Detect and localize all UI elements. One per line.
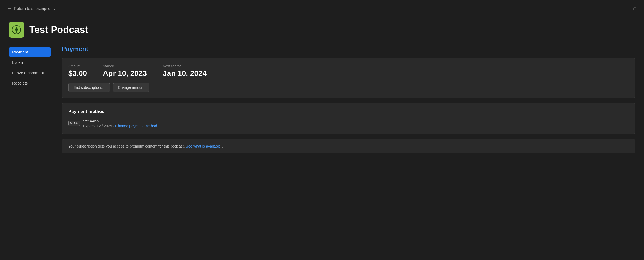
- home-icon[interactable]: ⌂: [633, 5, 637, 12]
- svg-point-1: [16, 30, 17, 32]
- sidebar-item-leave-comment[interactable]: Leave a comment: [9, 68, 51, 77]
- main-layout: Payment Listen Leave a comment Receipts …: [0, 45, 644, 153]
- payment-actions: End subscription… Change amount: [68, 83, 629, 92]
- started-value: Apr 10, 2023: [103, 69, 147, 77]
- payment-info-card: Amount $3.00 Started Apr 10, 2023 Next c…: [62, 58, 635, 98]
- podcast-logo: [9, 22, 24, 38]
- info-card: Your subscription gets you access to pre…: [62, 139, 635, 153]
- sidebar-nav: Payment Listen Leave a comment Receipts: [9, 47, 51, 88]
- sidebar: Payment Listen Leave a comment Receipts: [9, 45, 51, 153]
- page-title: Payment: [62, 45, 635, 53]
- payment-method-card: Payment method VISA •••• 4456 Expires 12…: [62, 103, 635, 134]
- amount-field: Amount $3.00: [68, 64, 87, 78]
- sidebar-item-receipts[interactable]: Receipts: [9, 78, 51, 88]
- return-arrow-icon: ←: [7, 6, 12, 11]
- card-expiry: Expires 12 / 2025 · Change payment metho…: [83, 124, 157, 128]
- info-text-part1: Your subscription gets you access to pre…: [68, 144, 185, 148]
- visa-badge: VISA: [68, 121, 80, 126]
- change-amount-button[interactable]: Change amount: [113, 83, 150, 92]
- change-payment-method-link[interactable]: Change payment method: [115, 124, 157, 128]
- content-area: Payment Amount $3.00 Started Apr 10, 202…: [51, 45, 635, 153]
- top-nav: ← Return to subscriptions ⌂: [0, 0, 644, 16]
- podcast-header: Test Podcast: [0, 16, 644, 45]
- podcast-title: Test Podcast: [29, 24, 88, 35]
- card-number: •••• 4456: [83, 119, 157, 123]
- see-available-link[interactable]: See what is available: [186, 144, 221, 148]
- end-subscription-button[interactable]: End subscription…: [68, 83, 110, 92]
- expiry-date-value: 12 / 2025: [97, 124, 112, 128]
- started-field: Started Apr 10, 2023: [103, 64, 147, 78]
- card-info: VISA •••• 4456 Expires 12 / 2025 · Chang…: [68, 119, 629, 128]
- card-details: •••• 4456 Expires 12 / 2025 · Change pay…: [83, 119, 157, 128]
- amount-value: $3.00: [68, 69, 87, 77]
- info-text-end: .: [222, 144, 223, 148]
- next-charge-field: Next charge Jan 10, 2024: [163, 64, 207, 78]
- next-charge-label: Next charge: [163, 64, 207, 68]
- return-link[interactable]: ← Return to subscriptions: [7, 6, 55, 11]
- started-label: Started: [103, 64, 147, 68]
- podcast-logo-icon: [12, 25, 21, 35]
- next-charge-value: Jan 10, 2024: [163, 69, 207, 77]
- return-label: Return to subscriptions: [14, 6, 55, 11]
- expiry-prefix: Expires: [83, 124, 96, 128]
- payment-method-title: Payment method: [68, 109, 629, 114]
- sidebar-item-listen[interactable]: Listen: [9, 58, 51, 67]
- amount-label: Amount: [68, 64, 87, 68]
- payment-info-row: Amount $3.00 Started Apr 10, 2023 Next c…: [68, 64, 629, 78]
- sidebar-item-payment[interactable]: Payment: [9, 47, 51, 57]
